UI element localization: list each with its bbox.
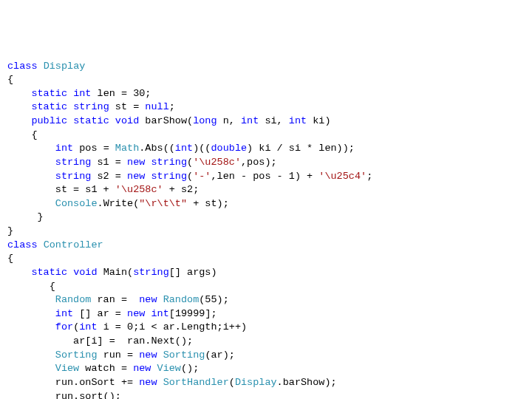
txt: i = 0;i < ar.Length;i++) [98,321,248,332]
line-23: View watch = new View(); [7,363,199,374]
line-05: public static void barShow(long n, int s… [7,115,331,126]
txt: n, [217,115,241,126]
kw-new: new [139,377,157,388]
kw-null: null [145,101,168,112]
kw-class: class [7,239,38,250]
line-24: run.onSort += new SortHandler(Display.ba… [7,377,337,388]
type-display: Display [235,377,277,388]
txt: (ar); [205,349,235,361]
line-20: for(int i = 0;i < ar.Length;i++) [7,321,247,332]
txt: watch = [79,363,133,374]
kw-static: static [73,115,109,126]
kw-double: double [211,143,247,154]
kw-string: string [55,171,92,182]
kw-static: static [31,101,67,112]
kw-int: int [175,143,193,154]
line-12: } [7,211,44,222]
kw-new: new [133,363,151,374]
str-lit: '\u258c' [115,184,163,195]
type-view: View [157,363,181,374]
kw-static: static [31,88,67,99]
txt: st = [109,101,146,112]
line-06: { [7,129,38,140]
txt: len = 30; [91,88,151,99]
kw-new: new [127,171,145,182]
str-lit: '-' [193,171,211,182]
kw-string: string [151,157,187,168]
line-10: st = s1 + '\u258c' + s2; [7,184,199,195]
line-15: { [7,253,13,264]
kw-int: int [55,143,73,154]
line-08: string s1 = new string('\u258c',pos); [7,157,277,168]
kw-int: int [55,308,73,319]
line-09: string s2 = new string('-',len - pos - 1… [7,171,372,182]
kw-int: int [289,115,307,126]
code-block: class Display { static int len = 30; sta… [7,60,525,400]
line-16: static void Main(string[] args) [7,267,217,278]
txt: ,pos); [241,157,277,168]
txt: ( [187,171,193,182]
str-lit: "\r\t\t" [139,198,187,209]
txt: pos = [73,143,115,154]
type-display: Display [44,61,86,72]
txt: barShow( [139,115,193,126]
kw-for: for [55,321,73,332]
kw-string: string [151,171,187,182]
kw-string: string [133,267,169,278]
type-random: Random [163,294,200,305]
txt: ( [187,157,193,168]
txt: run.onSort += [7,377,139,388]
txt: si, [259,115,289,126]
txt: run = [98,349,140,361]
txt: .Write( [98,198,140,209]
type-math: Math [115,143,139,154]
line-22: Sorting run = new Sorting(ar); [7,349,235,361]
line-13: } [7,225,13,236]
txt: [] args) [169,267,217,278]
kw-int: int [73,88,91,99]
kw-int: int [241,115,259,126]
kw-string: string [55,157,92,168]
line-01: class Display [7,61,85,72]
kw-void: void [115,115,139,126]
type-sorting: Sorting [55,349,98,361]
txt: + st); [187,198,229,209]
str-lit: '\u258c' [193,157,241,168]
type-sorthandler: SortHandler [163,377,229,388]
txt: .Abs(( [139,143,175,154]
line-14: class Controller [7,239,103,250]
kw-int: int [151,308,168,319]
line-04: static string st = null; [7,101,175,112]
kw-string: string [73,101,109,112]
txt: ) ki / si * len)); [247,143,355,154]
txt: ran = [91,294,139,305]
type-view: View [55,363,79,374]
txt: (); [181,363,199,374]
type-random: Random [55,294,92,305]
str-lit: '\u25c4' [318,171,366,182]
kw-public: public [31,115,67,126]
line-21: ar[i] = ran.Next(); [7,335,193,347]
kw-new: new [127,157,145,168]
kw-static: static [31,267,67,278]
txt: s1 = [91,157,127,168]
line-11: Console.Write("\r\t\t" + st); [7,198,229,209]
txt: ; [169,101,175,112]
line-19: int [] ar = new int[19999]; [7,308,217,319]
txt: ; [366,171,372,182]
txt: Main( [98,267,134,278]
kw-int: int [79,321,97,332]
txt: .barShow); [277,377,337,388]
txt: s2 = [91,171,127,182]
kw-class: class [7,61,38,72]
type-controller: Controller [44,239,103,250]
kw-new: new [139,294,157,305]
txt: + s2; [163,184,200,195]
type-sorting: Sorting [163,349,205,361]
txt: [19999]; [169,308,217,319]
kw-long: long [193,115,216,126]
kw-new: new [139,349,157,361]
line-17: { [7,281,55,292]
txt: st = s1 + [7,184,115,195]
kw-new: new [127,308,145,319]
